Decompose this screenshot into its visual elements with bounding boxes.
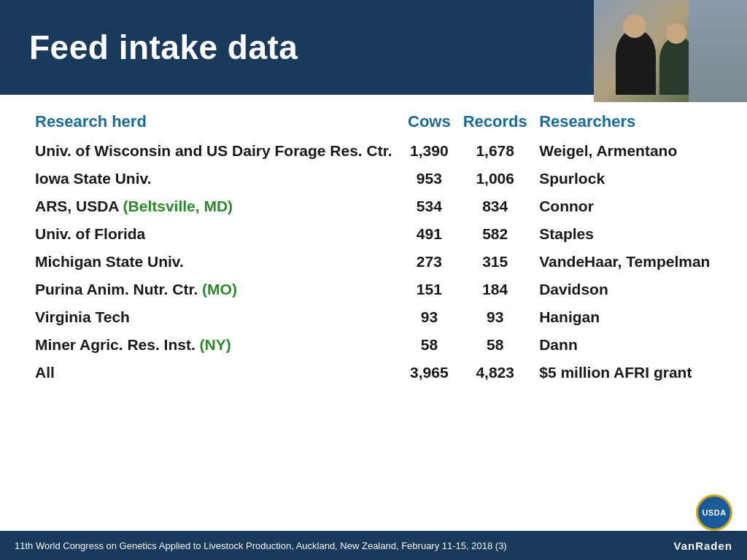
cell-cows-1: 953 [402,165,457,192]
header: Feed intake data [0,0,747,95]
cell-records-7: 58 [457,331,533,359]
cell-cows-3: 491 [402,220,457,248]
table-body: Univ. of Wisconsin and US Dairy Forage R… [29,137,718,386]
cell-researchers-0: Weigel, Armentano [533,137,718,165]
table-row: Purina Anim. Nutr. Ctr. (MO)151184Davids… [29,276,718,303]
cell-researchers-6: Hanigan [533,303,718,331]
cell-records-0: 1,678 [457,137,533,165]
cell-researchers-7: Dann [533,331,718,359]
table-row: Univ. of Florida491582Staples [29,220,718,248]
footer: 11th World Congress on Genetics Applied … [0,531,747,560]
cell-records-2: 834 [457,192,533,220]
cell-herd-7: Miner Agric. Res. Inst. (NY) [29,331,402,359]
footer-text: 11th World Congress on Genetics Applied … [15,540,507,551]
data-table: Research herd Cows Records Researchers U… [29,109,718,386]
table-row: Michigan State Univ.273315VandeHaar, Tem… [29,248,718,276]
cell-records-3: 582 [457,220,533,248]
cell-cows-2: 534 [402,192,457,220]
table-row: Univ. of Wisconsin and US Dairy Forage R… [29,137,718,165]
cell-records-6: 93 [457,303,533,331]
footer-brand: VanRaden [673,540,732,552]
cell-herd-4: Michigan State Univ. [29,248,402,276]
header-photo [594,0,747,102]
cell-total-0: All [29,359,402,386]
main-content: Research herd Cows Records Researchers U… [0,95,747,531]
col-header-herd: Research herd [29,109,402,137]
cell-researchers-4: VandeHaar, Tempelman [533,248,718,276]
cell-cows-6: 93 [402,303,457,331]
col-header-researchers: Researchers [533,109,718,137]
table-row: Iowa State Univ.9531,006Spurlock [29,165,718,192]
cell-total-2: 4,823 [457,359,533,386]
usda-logo: USDA [696,494,732,531]
page-title: Feed intake data [29,28,298,67]
cell-herd-6: Virginia Tech [29,303,402,331]
cell-herd-3: Univ. of Florida [29,220,402,248]
usda-label: USDA [702,508,726,517]
table-row: Miner Agric. Res. Inst. (NY)5858Dann [29,331,718,359]
cell-researchers-5: Davidson [533,276,718,303]
cell-records-1: 1,006 [457,165,533,192]
col-header-records: Records [457,109,533,137]
table-total-row: All3,9654,823$5 million AFRI grant [29,359,718,386]
cell-total-1: 3,965 [402,359,457,386]
table-row: Virginia Tech9393Hanigan [29,303,718,331]
cell-herd-0: Univ. of Wisconsin and US Dairy Forage R… [29,137,402,165]
table-row: ARS, USDA (Beltsville, MD)534834Connor [29,192,718,220]
table-header-row: Research herd Cows Records Researchers [29,109,718,137]
cell-cows-4: 273 [402,248,457,276]
cell-researchers-1: Spurlock [533,165,718,192]
cell-herd-2: ARS, USDA (Beltsville, MD) [29,192,402,220]
cell-researchers-2: Connor [533,192,718,220]
cell-cows-7: 58 [402,331,457,359]
cell-total-3: $5 million AFRI grant [533,359,718,386]
cell-researchers-3: Staples [533,220,718,248]
cell-herd-1: Iowa State Univ. [29,165,402,192]
cell-cows-5: 151 [402,276,457,303]
cell-records-4: 315 [457,248,533,276]
cell-herd-5: Purina Anim. Nutr. Ctr. (MO) [29,276,402,303]
cell-records-5: 184 [457,276,533,303]
cell-cows-0: 1,390 [402,137,457,165]
usda-circle: USDA [696,494,732,531]
col-header-cows: Cows [402,109,457,137]
